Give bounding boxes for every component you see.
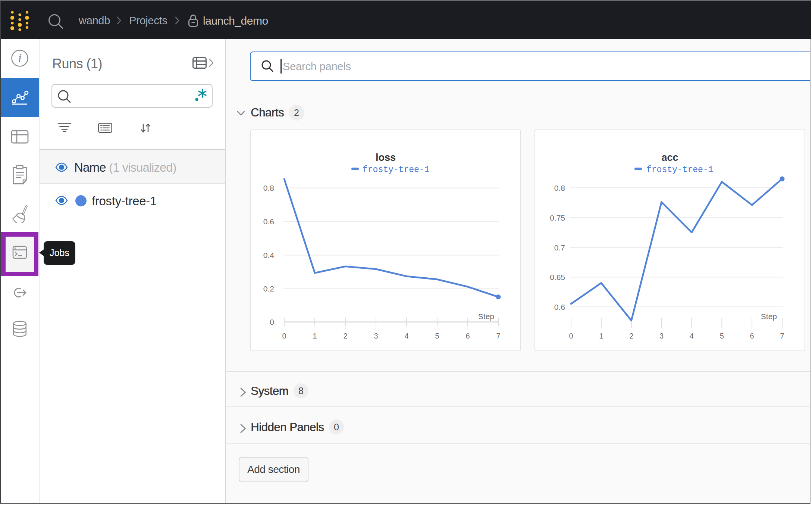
svg-text:Step: Step [761, 312, 777, 321]
svg-text:0: 0 [270, 318, 274, 326]
svg-text:0.8: 0.8 [554, 184, 565, 192]
svg-text:0.6: 0.6 [263, 217, 274, 226]
svg-text:0.8: 0.8 [263, 184, 274, 192]
svg-text:5: 5 [720, 332, 724, 340]
svg-text:2: 2 [343, 332, 347, 340]
svg-text:acc: acc [661, 152, 678, 163]
svg-text:0.6: 0.6 [554, 303, 565, 311]
svg-text:4: 4 [404, 332, 408, 340]
svg-text:4: 4 [690, 332, 694, 340]
svg-text:1: 1 [313, 332, 317, 340]
svg-text:0.75: 0.75 [550, 213, 565, 222]
svg-text:1: 1 [599, 332, 603, 340]
svg-text:0: 0 [569, 332, 573, 340]
svg-text:loss: loss [376, 152, 396, 163]
svg-text:frosty-tree-1: frosty-tree-1 [646, 165, 713, 175]
svg-text:6: 6 [465, 332, 470, 340]
svg-text:0.65: 0.65 [550, 273, 565, 281]
svg-text:7: 7 [780, 332, 784, 340]
svg-text:5: 5 [435, 332, 439, 340]
svg-text:3: 3 [374, 332, 378, 340]
svg-text:2: 2 [629, 332, 633, 340]
svg-text:0.7: 0.7 [554, 243, 565, 252]
svg-text:i: i [18, 52, 21, 65]
svg-text:0.4: 0.4 [263, 251, 275, 259]
svg-text:Step: Step [478, 312, 494, 321]
svg-text:0: 0 [282, 332, 286, 340]
svg-text:3: 3 [659, 332, 664, 340]
svg-text:frosty-tree-1: frosty-tree-1 [363, 165, 429, 175]
svg-text:7: 7 [496, 332, 500, 340]
svg-text:0.2: 0.2 [263, 284, 274, 293]
svg-text:6: 6 [750, 332, 754, 340]
